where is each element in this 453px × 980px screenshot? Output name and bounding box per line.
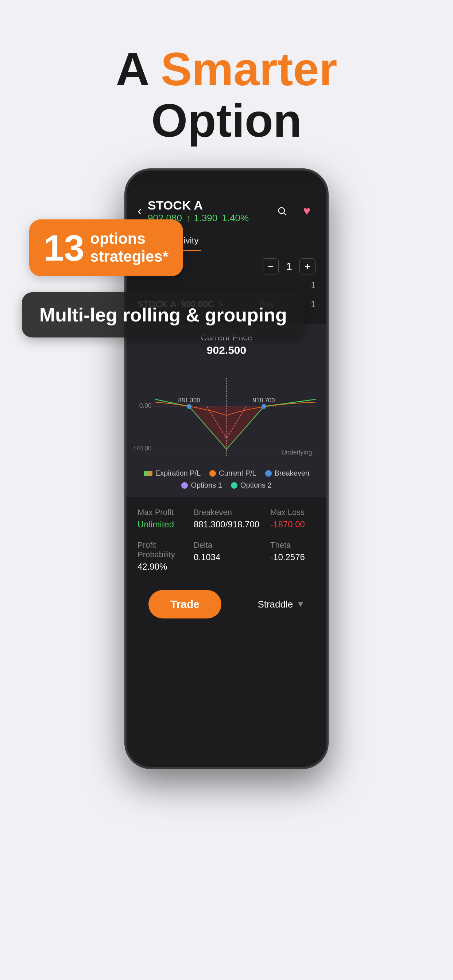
chart-legend-2: Options 1 Options 2 [134,481,319,490]
stat-breakeven: Breakeven 881.300/918.700 [194,508,259,530]
strategy-name: Straddle [257,599,293,610]
trade-button[interactable]: Trade [148,590,222,619]
expiration-pl-dot [144,471,152,476]
stat-max-loss: Max Loss -1870.00 [270,508,316,530]
legend-expiration-pl: Expiration P/L [144,469,201,477]
favorite-icon[interactable]: ♥ [298,202,316,220]
breakeven-label-stat: Breakeven [194,508,259,517]
qty-increase-button[interactable]: + [300,258,316,274]
search-icon[interactable] [273,202,291,220]
hero-line2: Option [152,94,301,146]
theta-value: -10.2576 [270,552,316,562]
hero-highlight: Smarter [161,43,337,95]
options1-dot [181,482,188,489]
svg-text:0.00: 0.00 [139,402,152,409]
svg-marker-8 [189,406,264,449]
svg-point-9 [187,404,192,409]
payoff-chart: 0.00 -1870.00 Underlying [134,364,319,464]
svg-point-0 [279,207,284,213]
svg-text:Underlying: Underlying [281,449,312,456]
options2-dot [231,482,238,489]
stats-grid: Max Profit Unlimited Breakeven 881.300/9… [137,508,316,572]
multileg-text: Multi-leg rolling & grouping [39,304,287,325]
back-button[interactable]: ‹ [137,204,142,219]
svg-line-1 [284,213,286,215]
strategies-badge: 13 optionsstrategies* [29,220,183,276]
delta-value: 0.1034 [194,552,259,562]
legend-breakeven: Breakeven [265,469,309,477]
strategy-dropdown-icon: ▼ [297,600,305,609]
stats-section: Max Profit Unlimited Breakeven 881.300/9… [126,497,327,644]
bottom-action: Trade Straddle ▼ [137,583,316,633]
stock-change: ↑ 1.390 [187,213,217,224]
max-profit-value: Unlimited [137,519,183,530]
breakeven-dot [265,470,272,477]
breakeven-label: Breakeven [274,469,309,477]
profit-prob-label: Profit Probability [137,541,183,559]
breakeven-value: 881.300/918.700 [194,519,259,530]
hero-prefix: A [116,43,161,95]
stock-name: STOCK A [148,198,249,213]
svg-text:-1870.00: -1870.00 [134,445,152,452]
qty-decrease-button[interactable]: − [263,258,279,274]
strategies-number: 13 [44,230,84,266]
max-loss-value: -1870.00 [270,519,316,530]
legend-options2: Options 2 [231,481,272,490]
stat-profit-prob: Profit Probability 42.90% [137,541,183,572]
stat-max-profit: Max Profit Unlimited [137,508,183,530]
hero-section: A Smarter Option [0,0,453,169]
theta-label: Theta [270,541,316,550]
current-pl-label: Current P/L [219,469,256,477]
expiration-pl-label: Expiration P/L [155,469,201,477]
current-pl-dot [209,470,216,477]
stock-pct: 1.40% [222,213,249,224]
max-profit-label: Max Profit [137,508,183,517]
chart-svg-container: 0.00 -1870.00 Underlying [134,364,319,464]
strategy-selector[interactable]: Straddle ▼ [257,599,305,610]
chart-current-price: 902.500 [134,344,319,356]
svg-point-10 [262,404,266,409]
chart-section: Current Price 902.500 0.00 -1870.00 Unde… [126,324,327,497]
phone-notch [194,170,259,184]
options2-label: Options 2 [240,481,272,490]
phone-section: 13 optionsstrategies* Multi-leg rolling … [0,169,453,798]
multileg-badge: Multi-leg rolling & grouping [22,292,305,337]
delta-label: Delta [194,541,259,550]
stat-theta: Theta -10.2576 [270,541,316,572]
legend-current-pl: Current P/L [209,469,256,477]
max-loss-label: Max Loss [270,508,316,517]
chart-legend: Expiration P/L Current P/L Breakeven [134,469,319,477]
qty-label: 1 [137,280,316,290]
options1-label: Options 1 [191,481,222,490]
strategies-text: optionsstrategies* [90,230,169,265]
svg-text:918.700: 918.700 [253,396,275,403]
profit-prob-value: 42.90% [137,562,183,572]
legend-options1: Options 1 [181,481,222,490]
stat-delta: Delta 0.1034 [194,541,259,572]
option-qty: 1 [311,299,316,309]
svg-text:881.300: 881.300 [178,396,200,403]
hero-title: A Smarter Option [22,44,431,146]
header-icons: ♥ [273,202,316,220]
quantity-value: 1 [286,260,292,273]
